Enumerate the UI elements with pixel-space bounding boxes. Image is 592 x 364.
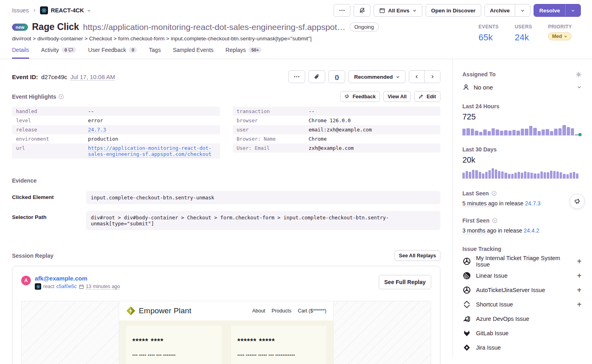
chart-bar — [488, 170, 491, 179]
feedback-button[interactable]: Feedback — [340, 91, 380, 102]
highlight-value: zxh@example.com — [309, 145, 354, 151]
replay-nav-item: Products — [272, 308, 291, 314]
attachments-paperclip-button[interactable] — [308, 70, 325, 83]
chart-bar — [540, 171, 543, 179]
add-issue-link-button[interactable]: + — [577, 286, 582, 294]
gear-icon[interactable] — [576, 72, 582, 78]
issue-tracking-item[interactable]: Shortcut Issue + — [462, 297, 582, 312]
issue-tracking-label: Linear Issue — [476, 273, 572, 279]
ticket-system-icon — [463, 286, 471, 294]
recommended-event-dropdown[interactable]: Recommended — [348, 70, 406, 83]
chart-bar — [550, 131, 553, 135]
view-all-button[interactable]: View All — [383, 91, 411, 102]
chart-bar — [504, 173, 507, 179]
resolve-dropdown-button[interactable] — [565, 4, 580, 16]
previous-event-button[interactable] — [409, 71, 424, 83]
event-timestamp[interactable]: Jul 17, 10:08 AM — [70, 74, 115, 80]
add-issue-link-button[interactable]: + — [577, 300, 582, 308]
replay-nav-item: Cart ($******) — [298, 308, 326, 314]
chart-bar — [556, 171, 559, 179]
issue-tracking-item[interactable]: AutoTicketJiraServer Issue + — [462, 283, 582, 297]
issue-tracking-item[interactable]: Azure DevOps Issue — [462, 312, 582, 326]
chart-bar — [575, 134, 578, 135]
floating-feedback-button[interactable] — [570, 194, 585, 209]
replay-time-ago[interactable]: 13 minutes ago — [86, 284, 120, 289]
issue-title: Rage Click — [32, 22, 79, 32]
resolve-button[interactable]: Resolve — [534, 4, 565, 16]
tab-badge: 0 — [62, 47, 76, 53]
highlight-key: url — [16, 145, 88, 151]
megaphone-icon — [344, 94, 350, 99]
project-name: REACT-4CK — [51, 7, 84, 14]
see-all-replays-button[interactable]: See All Replays — [394, 250, 440, 261]
chart-bar — [553, 171, 556, 179]
users-count[interactable]: 24k — [515, 32, 532, 43]
issue-tracking-item[interactable]: Jira Issue — [462, 340, 582, 355]
linear-icon — [463, 272, 471, 280]
jira-icon — [463, 344, 470, 351]
chart-bar — [501, 171, 504, 179]
evidence-value: input.complete-checkout-btn.sentry-unmas… — [86, 191, 440, 204]
chart-bar — [483, 129, 486, 135]
last-24-hours-title: Last 24 Hours — [462, 103, 500, 109]
tab[interactable]: User Feedback 0 — [88, 47, 137, 59]
chart-bar — [472, 170, 474, 179]
chevron-down-icon — [577, 85, 582, 90]
issue-tracking-item[interactable]: My Internal Ticket Triage System Issue + — [462, 254, 582, 269]
tab[interactable]: Replays 50+ — [226, 47, 262, 59]
tab[interactable]: Details — [12, 47, 29, 59]
replay-user-link[interactable]: afk@example.com — [35, 275, 120, 282]
next-event-button[interactable] — [424, 71, 440, 83]
first-seen-time[interactable]: 3 months ago — [462, 227, 496, 234]
highlight-value: 24.7.3 — [88, 127, 106, 133]
tab[interactable]: Tags — [149, 47, 161, 59]
replay-project-name: react — [43, 284, 54, 289]
tab[interactable]: Sampled Events — [173, 47, 214, 59]
see-full-replay-button[interactable]: See Full Replay — [379, 275, 431, 289]
replay-card: A afk@example.com react c5af0e5c 13 minu — [12, 266, 440, 364]
last-seen-title: Last Seen ? — [462, 190, 497, 197]
chart-bar — [527, 172, 530, 179]
event-more-options-button[interactable] — [288, 70, 305, 83]
topbar-actions: All Envs Open in Discover Archive Resolv… — [334, 4, 581, 17]
events-count[interactable]: 65k — [478, 32, 498, 43]
highlight-row: handled -- — [12, 107, 220, 116]
first-seen-release-link[interactable]: 24.4.2 — [524, 227, 539, 234]
add-issue-link-button[interactable]: + — [577, 272, 582, 280]
person-icon — [462, 84, 470, 91]
issue-tracking-item[interactable]: Linear Issue + — [462, 269, 582, 283]
open-in-discover-button[interactable]: Open in Discover — [426, 4, 481, 17]
mute-bell-icon-button[interactable] — [354, 4, 370, 17]
chart-bar — [504, 130, 507, 135]
issue-tracking-item[interactable]: GitLab Issue — [462, 326, 582, 340]
event-highlights-title: Event Highlights ? — [12, 93, 64, 100]
chart-bar — [462, 173, 465, 179]
archive-dropdown-button[interactable] — [515, 4, 530, 16]
last-seen-release-link[interactable]: 24.7.3 — [525, 200, 540, 207]
edit-highlights-button[interactable]: Edit — [414, 91, 440, 102]
replay-product-card: ***** **** *** **** **** *** ******* Add… — [126, 326, 222, 364]
react-project-icon — [40, 6, 48, 14]
more-options-button[interactable] — [334, 4, 350, 17]
evidence-label: Selector Path — [12, 211, 86, 220]
replay-id-link[interactable]: c5af0e5c — [56, 284, 77, 289]
tab[interactable]: Activity 0 — [41, 47, 76, 59]
chart-bar — [529, 126, 532, 135]
last-seen-time[interactable]: 5 minutes ago — [462, 200, 498, 207]
add-issue-link-button[interactable]: + — [577, 257, 582, 265]
chart-bar — [479, 172, 481, 179]
view-json-button[interactable]: {} — [328, 70, 345, 83]
main-content: Event ID: d27ce49c Jul 17, 10:08 AM {} R… — [0, 59, 453, 357]
chevron-down-icon — [396, 75, 400, 79]
project-selector[interactable]: REACT-4CK — [40, 6, 91, 14]
archive-button[interactable]: Archive — [485, 4, 515, 16]
assignee-dropdown[interactable]: No one — [462, 84, 582, 91]
highlight-row: level error — [12, 116, 220, 125]
breadcrumb-issues-link[interactable]: Issues — [12, 7, 29, 14]
replay-preview[interactable]: Empower Plant AboutProductsCart ($******… — [21, 301, 431, 364]
priority-dropdown[interactable]: Med — [548, 32, 572, 40]
highlight-key: handled — [16, 108, 88, 114]
chart-bar — [563, 174, 565, 179]
environment-filter-button[interactable]: All Envs — [374, 4, 422, 17]
ticket-system-icon — [463, 257, 471, 265]
